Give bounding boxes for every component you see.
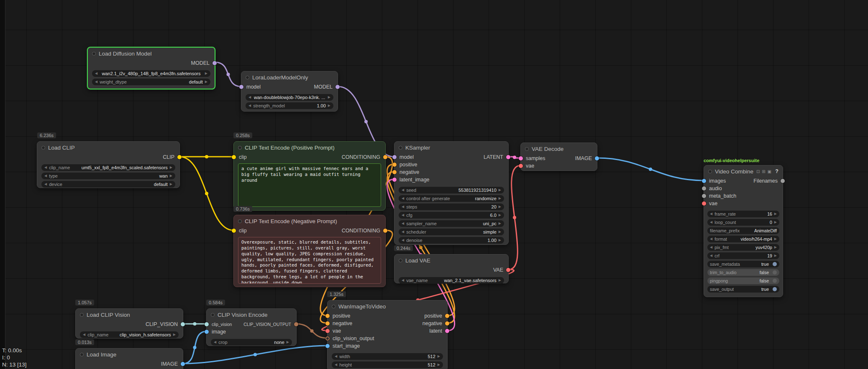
combo-left-arrow-icon[interactable]: ◀ <box>44 166 47 169</box>
collapse-dot-icon[interactable] <box>80 353 84 356</box>
widget-pix-fmt[interactable]: ◀ pix_fmt yuv420p ▶ <box>707 244 779 251</box>
combo-left-arrow-icon[interactable]: ◀ <box>402 279 404 282</box>
toggle-knob-icon[interactable] <box>773 287 777 291</box>
combo-right-arrow-icon[interactable]: ▶ <box>205 72 207 75</box>
widget-cfg[interactable]: ◀ cfg 6.0 ▶ <box>399 212 504 219</box>
combo-right-arrow-icon[interactable]: ▶ <box>438 363 440 366</box>
widget-clip-name[interactable]: ◀ clip_name umt5_xxl_fp8_e4m3fn_scaled.s… <box>41 164 175 171</box>
collapse-dot-icon[interactable] <box>332 305 335 308</box>
header-mini-icons[interactable]: ⊡ ⊞ ▣ <box>756 169 772 174</box>
input-dot-model[interactable] <box>239 85 243 89</box>
node-load-image[interactable]: Load Image IMAGE <box>75 348 183 369</box>
node-title-bar[interactable]: LoraLoaderModelOnly <box>241 71 338 83</box>
output-dot-model[interactable] <box>335 85 340 89</box>
output-dot-vae[interactable] <box>506 268 510 272</box>
collapse-dot-icon[interactable] <box>525 147 529 151</box>
collapse-dot-icon[interactable] <box>238 219 242 223</box>
widget-crop[interactable]: ◀ crop none ▶ <box>211 339 292 346</box>
input-dot-negative[interactable] <box>325 321 330 326</box>
node-video-combine[interactable]: Video Combine ⊡ ⊞ ▣ ? images Filenames a… <box>704 165 783 297</box>
combo-left-arrow-icon[interactable]: ◀ <box>402 222 404 225</box>
input-dot-samples[interactable] <box>519 156 523 160</box>
combo-right-arrow-icon[interactable]: ▶ <box>499 214 501 217</box>
combo-left-arrow-icon[interactable]: ◀ <box>335 363 337 366</box>
widget-save-output-toggle[interactable]: save_output true <box>707 286 779 293</box>
input-dot-positive[interactable] <box>325 314 330 318</box>
combo-right-arrow-icon[interactable]: ▶ <box>205 80 207 84</box>
combo-left-arrow-icon[interactable]: ◀ <box>402 214 404 217</box>
node-clip-text-encode-positive[interactable]: CLIP Text Encode (Positive Prompt) clip … <box>233 141 386 211</box>
output-dot-image[interactable] <box>181 362 185 366</box>
widget-loop-count[interactable]: ◀ loop_count 0 ▶ <box>707 219 779 226</box>
combo-left-arrow-icon[interactable]: ◀ <box>95 80 97 84</box>
combo-right-arrow-icon[interactable]: ▶ <box>499 188 501 192</box>
input-dot-clip-vision[interactable] <box>205 322 209 326</box>
combo-left-arrow-icon[interactable]: ◀ <box>214 341 216 344</box>
collapse-dot-icon[interactable] <box>399 146 402 150</box>
combo-right-arrow-icon[interactable]: ▶ <box>170 183 172 186</box>
node-title-bar[interactable]: Video Combine ⊡ ⊞ ▣ ? <box>704 165 783 177</box>
output-dot-negative[interactable] <box>445 321 449 326</box>
widget-vae-name[interactable]: ◀ vae_name wan_2.1_vae.safetensors ▶ <box>399 277 504 284</box>
input-dot-start-image[interactable] <box>325 344 330 348</box>
output-dot-filenames[interactable] <box>781 179 785 183</box>
collapse-dot-icon[interactable] <box>92 52 96 56</box>
output-dot-model[interactable] <box>213 61 217 65</box>
output-dot-image[interactable] <box>595 156 599 160</box>
node-title-bar[interactable]: CLIP Vision Encode <box>207 309 296 321</box>
input-dot-image[interactable] <box>205 330 209 334</box>
widget-save-metadata-toggle[interactable]: save_metadata true <box>707 261 779 267</box>
node-load-vae[interactable]: Load VAE VAE ◀ vae_name wan_2.1_vae.safe… <box>394 254 509 283</box>
widget-width[interactable]: ◀ width 512 ▶ <box>332 353 443 360</box>
node-load-diffusion-model[interactable]: Load Diffusion Model MODEL ◀ wan2.1_i2v_… <box>87 47 215 89</box>
combo-left-arrow-icon[interactable]: ◀ <box>248 104 251 107</box>
input-dot-clip-vision-output[interactable] <box>325 336 330 341</box>
widget-weight-dtype[interactable]: ◀ weight_dtype default ▶ <box>92 79 210 85</box>
output-dot-conditioning[interactable] <box>383 155 387 159</box>
collapse-dot-icon[interactable] <box>80 313 84 317</box>
combo-left-arrow-icon[interactable]: ◀ <box>83 333 85 336</box>
node-lora-loader-model-only[interactable]: LoraLoaderModelOnly model MODEL ◀ wan-do… <box>241 71 338 112</box>
widget-seed[interactable]: ◀ seed 553811921319410 ▶ <box>399 187 504 193</box>
combo-right-arrow-icon[interactable]: ▶ <box>438 355 440 358</box>
input-dot-audio[interactable] <box>702 186 706 191</box>
combo-left-arrow-icon[interactable]: ◀ <box>335 355 337 358</box>
combo-right-arrow-icon[interactable]: ▶ <box>499 230 501 234</box>
input-dot-vae[interactable] <box>702 201 706 206</box>
node-load-clip[interactable]: Load CLIP CLIP ◀ clip_name umt5_xxl_fp8_… <box>37 141 180 188</box>
widget-steps[interactable]: ◀ steps 20 ▶ <box>399 204 504 210</box>
node-title-bar[interactable]: Load VAE <box>394 254 508 266</box>
output-dot-latent[interactable] <box>445 329 449 333</box>
toggle-knob-icon[interactable] <box>773 262 777 266</box>
combo-left-arrow-icon[interactable]: ◀ <box>710 212 712 216</box>
widget-control-after-generate[interactable]: ◀ control after generate randomize ▶ <box>399 195 504 202</box>
widget-filename-prefix[interactable]: filename_prefix AnimateDiff <box>707 227 779 234</box>
input-dot-model[interactable] <box>392 155 397 159</box>
node-wan-image-to-video[interactable]: WanImageToVideo positive positive negati… <box>327 300 448 369</box>
combo-right-arrow-icon[interactable]: ▶ <box>328 104 330 107</box>
combo-right-arrow-icon[interactable]: ▶ <box>170 166 172 169</box>
node-load-clip-vision[interactable]: Load CLIP Vision CLIP_VISION ◀ clip_name… <box>75 308 183 338</box>
node-title-bar[interactable]: Load CLIP Vision <box>76 309 183 321</box>
combo-right-arrow-icon[interactable]: ▶ <box>774 237 777 241</box>
input-dot-vae[interactable] <box>325 329 330 333</box>
combo-right-arrow-icon[interactable]: ▶ <box>499 279 501 282</box>
prompt-textarea[interactable]: a cute anime girl with massive fennec ea… <box>238 163 381 207</box>
prompt-textarea[interactable]: Overexposure, static, blurred details, s… <box>238 237 381 284</box>
input-dot-meta-batch[interactable] <box>702 194 706 198</box>
combo-left-arrow-icon[interactable]: ◀ <box>710 254 712 257</box>
widget-lora-name[interactable]: ◀ wan-doubleblowjob-70epo-k3nk. ... ▶ <box>246 94 333 101</box>
output-dot-clip-vision[interactable] <box>181 322 185 326</box>
node-title-bar[interactable]: Load CLIP <box>37 142 179 153</box>
widget-height[interactable]: ◀ height 512 ▶ <box>332 361 443 368</box>
input-dot-clip[interactable] <box>232 155 236 159</box>
widget-strength-model[interactable]: ◀ strength_model 1.00 ▶ <box>246 102 333 109</box>
input-dot-clip[interactable] <box>232 229 236 233</box>
widget-device[interactable]: ◀ device default ▶ <box>41 181 175 188</box>
combo-right-arrow-icon[interactable]: ▶ <box>774 254 777 257</box>
widget-clip-name[interactable]: ◀ clip_name clip_vision_h.safetensors ▶ <box>80 331 179 338</box>
node-clip-vision-encode[interactable]: CLIP Vision Encode clip_vision CLIP_VISI… <box>206 308 297 346</box>
node-title-bar[interactable]: KSampler <box>394 142 508 153</box>
input-dot-positive[interactable] <box>392 163 397 167</box>
widget-trim-to-audio-toggle[interactable]: trim_to_audio false <box>707 269 779 276</box>
